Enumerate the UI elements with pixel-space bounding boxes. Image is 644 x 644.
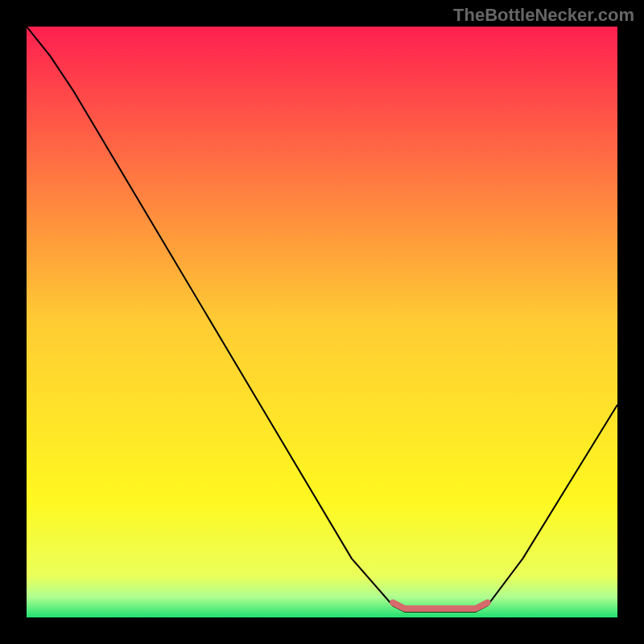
watermark: TheBottleNecker.com (453, 5, 634, 26)
chart-plot-area (27, 27, 617, 617)
chart-background (27, 27, 617, 617)
bottleneck-chart (27, 27, 617, 617)
